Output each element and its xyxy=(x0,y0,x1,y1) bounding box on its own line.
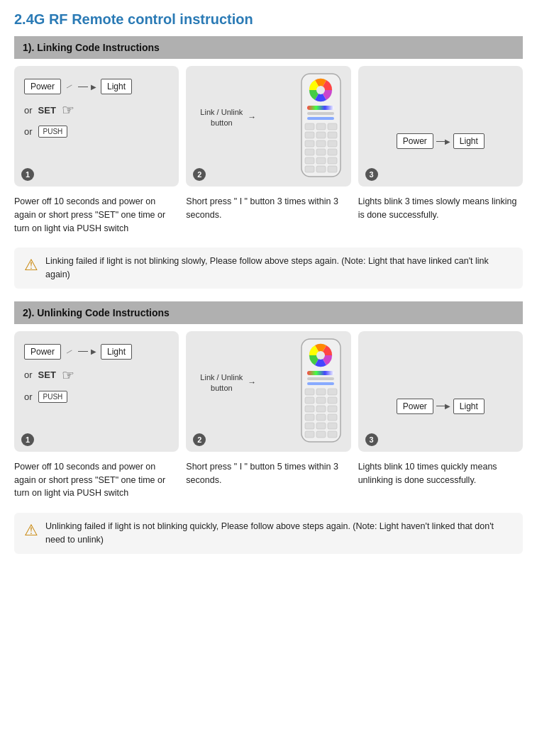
svg-rect-23 xyxy=(328,166,337,172)
svg-rect-45 xyxy=(305,431,314,438)
diag2-num-2: 2 xyxy=(193,433,206,446)
section1-desc2: Short press " I " button 3 times within … xyxy=(186,195,350,235)
or-text-4: or xyxy=(24,391,33,402)
svg-rect-30 xyxy=(305,389,314,395)
break-mark-2: ⟋ xyxy=(64,345,74,357)
section1-desc3: Lights blink 3 times slowly means linkin… xyxy=(358,195,523,235)
power-light-row-1: Power ⟋ ▶ Light xyxy=(24,79,169,94)
svg-rect-6 xyxy=(305,123,314,130)
power-light-row-2: Power ⟋ ▶ Light xyxy=(24,344,169,360)
svg-point-2 xyxy=(316,86,325,94)
power-label-s2d3: Power xyxy=(397,399,433,414)
power-label-3: Power xyxy=(397,133,433,149)
section1-diagram2: Link / Unlinkbutton → xyxy=(186,66,350,187)
svg-rect-27 xyxy=(307,371,334,375)
link-arrow-1: → xyxy=(248,112,256,122)
break-mark-1: ⟋ xyxy=(64,81,74,93)
svg-rect-21 xyxy=(305,166,314,172)
section1-warning-text: Linking failed if light is not blinking … xyxy=(45,255,513,282)
remote-svg-1 xyxy=(298,70,344,182)
diag3-inner-1: Power ▶ Light xyxy=(365,74,516,179)
link-label-2: Link / Unlinkbutton xyxy=(193,372,250,394)
svg-point-26 xyxy=(316,351,325,360)
svg-rect-35 xyxy=(328,397,337,404)
svg-rect-8 xyxy=(328,123,337,130)
light-label-2: Light xyxy=(101,344,132,360)
power-label-2: Power xyxy=(24,344,61,360)
svg-rect-42 xyxy=(305,423,314,429)
svg-rect-16 xyxy=(316,149,326,155)
or-row-3: or SET ☞ xyxy=(24,367,169,384)
svg-rect-10 xyxy=(316,132,326,138)
svg-rect-47 xyxy=(328,431,337,438)
svg-rect-9 xyxy=(305,132,314,138)
svg-rect-13 xyxy=(316,140,326,147)
svg-rect-28 xyxy=(307,377,334,380)
link-label-1: Link / Unlinkbutton xyxy=(193,107,250,129)
or-row-4: or PUSH xyxy=(24,391,169,403)
section1-header: 1). Linking Code Instructions xyxy=(14,36,523,59)
svg-rect-43 xyxy=(316,423,326,429)
section2-desc2: Short press " I " button 5 times within … xyxy=(186,460,350,500)
svg-rect-33 xyxy=(305,397,314,404)
or-row-1: or SET ☞ xyxy=(24,101,169,118)
or-text-1: or xyxy=(24,105,33,116)
svg-rect-7 xyxy=(316,123,326,130)
section2-warning: ⚠ Unlinking failed if light is not blink… xyxy=(14,513,523,554)
section1-descs: Power off 10 seconds and power on again … xyxy=(14,195,523,235)
section2-diagram3: Power ▶ Light 3 xyxy=(358,331,523,452)
svg-rect-38 xyxy=(328,406,337,412)
svg-rect-11 xyxy=(328,132,337,138)
light-label-s2d3: Light xyxy=(453,399,485,414)
finger-icon-2: ☞ xyxy=(62,367,74,384)
section1-diagram1: Power ⟋ ▶ Light or SET ☞ or PUSH 1 xyxy=(14,66,179,187)
svg-rect-44 xyxy=(328,423,337,429)
section2-diagram1: Power ⟋ ▶ Light or SET ☞ or PUSH 1 xyxy=(14,331,179,452)
svg-rect-36 xyxy=(305,406,314,412)
link-arrow-2: → xyxy=(248,377,256,387)
warning-icon-1: ⚠ xyxy=(24,256,38,274)
svg-rect-46 xyxy=(316,431,326,438)
svg-rect-37 xyxy=(316,406,326,412)
section1-warning: ⚠ Linking failed if light is not blinkin… xyxy=(14,248,523,289)
svg-rect-32 xyxy=(328,389,337,395)
svg-rect-4 xyxy=(307,112,334,115)
svg-rect-19 xyxy=(316,157,326,164)
power-label-1: Power xyxy=(24,79,61,94)
diag1-num-2: 1 xyxy=(21,433,34,446)
svg-rect-39 xyxy=(305,414,314,421)
remote-svg-2 xyxy=(298,335,344,448)
or-text-3: or xyxy=(24,369,33,380)
svg-rect-5 xyxy=(307,117,334,120)
section1-diagram3: Power ▶ Light 3 xyxy=(358,66,523,187)
section2-desc1: Power off 10 seconds and power on again … xyxy=(14,460,179,500)
line1 xyxy=(78,87,88,87)
section1-diagrams-row: Power ⟋ ▶ Light or SET ☞ or PUSH 1 Link … xyxy=(14,66,523,187)
or-text-2: or xyxy=(24,126,33,137)
diag3-num-2: 3 xyxy=(365,433,378,446)
push-box-2: PUSH xyxy=(38,391,68,403)
svg-rect-40 xyxy=(316,414,326,421)
svg-rect-12 xyxy=(305,140,314,147)
svg-rect-31 xyxy=(316,389,326,395)
section1-desc1: Power off 10 seconds and power on again … xyxy=(14,195,179,235)
finger-icon-1: ☞ xyxy=(62,101,74,118)
warning-icon-2: ⚠ xyxy=(24,521,38,540)
diag3-num-1: 3 xyxy=(365,168,378,181)
diag2-num-1: 2 xyxy=(193,168,206,181)
or-row-2: or PUSH xyxy=(24,126,169,138)
arrow1: ▶ xyxy=(91,83,96,91)
set-label-2: SET xyxy=(38,369,56,380)
svg-rect-18 xyxy=(305,157,314,164)
diag3-inner-2: Power ▶ Light xyxy=(365,340,516,445)
section2-warning-text: Unlinking failed if light is not blinkin… xyxy=(45,520,513,547)
svg-rect-41 xyxy=(328,414,337,421)
arrow3: ▶ xyxy=(445,138,450,145)
set-label-1: SET xyxy=(38,105,56,116)
svg-rect-3 xyxy=(307,106,334,110)
section2-header: 2). Unlinking Code Instructions xyxy=(14,301,523,324)
section2-diagram2: Link / Unlinkbutton → xyxy=(186,331,350,452)
svg-rect-22 xyxy=(316,166,326,172)
svg-rect-29 xyxy=(307,382,334,385)
svg-rect-20 xyxy=(328,157,337,164)
